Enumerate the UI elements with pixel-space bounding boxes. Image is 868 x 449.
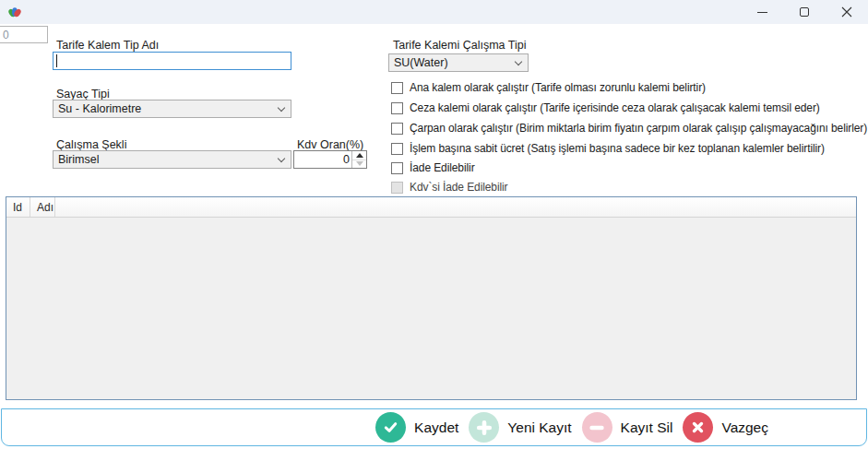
arrow-down-icon	[356, 161, 363, 166]
chevron-down-icon	[278, 154, 285, 161]
checkbox-row-fixed-fee: İşlem başına sabit ücret (Satış işlemi b…	[391, 141, 825, 156]
meter-type-label: Sayaç Tipi	[56, 88, 110, 100]
vat-rate-value: 0	[294, 151, 351, 168]
item-work-type-value: SU(Water)	[394, 56, 448, 69]
maximize-button[interactable]	[783, 0, 826, 24]
multiplier-checkbox-label: Çarpan olarak çalıştır (Birim miktarla b…	[410, 122, 867, 135]
grid-column-adi[interactable]: Adı	[30, 197, 55, 217]
app-logo-icon	[7, 5, 22, 19]
minimize-icon	[757, 12, 767, 13]
spin-up-button[interactable]	[352, 151, 366, 160]
fixed-fee-checkbox[interactable]	[391, 143, 403, 155]
fixed-fee-checkbox-label: İşlem başına sabit ücret (Satış işlemi b…	[410, 142, 825, 155]
spinner-buttons	[351, 151, 366, 168]
refundable-checkbox[interactable]	[391, 162, 403, 174]
vat-rate-label: Kdv Oran(%)	[297, 138, 363, 151]
save-button-label: Kaydet	[414, 419, 458, 436]
meter-type-value: Su - Kalorimetre	[58, 102, 141, 115]
new-record-button-label: Yeni Kayıt	[507, 419, 571, 436]
close-button[interactable]	[826, 0, 868, 24]
text-caret	[56, 54, 57, 67]
meter-type-select[interactable]: Su - Kalorimetre	[53, 100, 291, 118]
cancel-button-label: Vazgeç	[721, 419, 768, 436]
chevron-down-icon	[515, 57, 522, 65]
check-icon	[375, 412, 406, 443]
minimize-button[interactable]	[741, 0, 783, 24]
work-mode-label: Çalışma Şekli	[56, 138, 126, 151]
checkbox-row-refundable: İade Edilebilir	[391, 160, 475, 175]
bottom-toolbar: Kaydet Yeni Kayıt Kayıt Sil Vazgeç	[1, 408, 867, 446]
checkbox-row-vat-refundable: Kdv`si İade Edilebilir	[391, 180, 508, 195]
name-field-label: Tarife Kalem Tip Adı	[56, 39, 159, 52]
maximize-icon	[800, 7, 809, 17]
window-controls	[741, 0, 868, 24]
delete-record-button[interactable]: Kayıt Sil	[582, 412, 673, 443]
new-record-button[interactable]: Yeni Kayıt	[469, 412, 571, 443]
tariff-item-name-input[interactable]	[53, 52, 291, 70]
item-work-type-select[interactable]: SU(Water)	[388, 53, 529, 72]
minus-icon	[582, 412, 612, 443]
chevron-down-icon	[278, 103, 285, 111]
items-grid: Id Adı	[6, 196, 857, 400]
grid-body[interactable]	[6, 218, 856, 400]
close-icon	[841, 6, 852, 18]
main-item-checkbox[interactable]	[391, 82, 403, 94]
vat-refundable-checkbox-label: Kdv`si İade Edilebilir	[410, 181, 508, 194]
titlebar	[0, 0, 868, 24]
penalty-item-checkbox[interactable]	[391, 102, 403, 114]
vat-rate-stepper[interactable]: 0	[293, 150, 367, 169]
multiplier-checkbox[interactable]	[391, 123, 403, 135]
work-mode-select[interactable]: Birimsel	[53, 150, 291, 169]
vat-refundable-checkbox[interactable]	[391, 182, 403, 194]
record-id-input[interactable]	[0, 26, 48, 43]
work-mode-value: Birimsel	[58, 153, 99, 166]
spin-down-button[interactable]	[352, 160, 366, 169]
save-button[interactable]: Kaydet	[375, 412, 458, 443]
item-work-type-label: Tarife Kalemi Çalışma Tipi	[393, 39, 527, 52]
grid-column-id[interactable]: Id	[6, 197, 30, 217]
arrow-up-icon	[356, 153, 363, 158]
penalty-item-checkbox-label: Ceza kalemi olarak çalıştır (Tarife içer…	[410, 101, 820, 114]
checkbox-row-penalty-item: Ceza kalemi olarak çalıştır (Tarife içer…	[391, 100, 820, 115]
delete-record-button-label: Kayıt Sil	[621, 419, 673, 436]
main-item-checkbox-label: Ana kalem olarak çalıştır (Tarife olması…	[410, 81, 706, 94]
cancel-button[interactable]: Vazgeç	[683, 412, 768, 443]
checkbox-row-multiplier: Çarpan olarak çalıştır (Birim miktarla b…	[391, 121, 867, 136]
refundable-checkbox-label: İade Edilebilir	[410, 161, 475, 174]
checkbox-row-main-item: Ana kalem olarak çalıştır (Tarife olması…	[391, 80, 706, 95]
plus-icon	[469, 412, 499, 443]
grid-header: Id Adı	[6, 197, 856, 218]
x-icon	[683, 412, 713, 443]
